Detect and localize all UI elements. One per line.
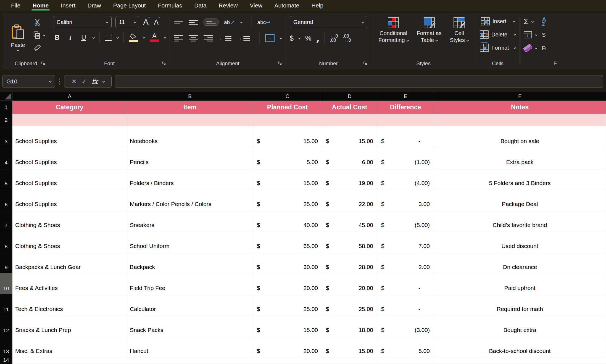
item-cell[interactable]: Calculator: [127, 294, 253, 315]
format-as-table-button[interactable]: Format as Table: [413, 17, 445, 44]
accounting-format-button[interactable]: $: [290, 34, 294, 42]
decrease-indent-button[interactable]: ←: [218, 35, 231, 41]
actual-cost-cell[interactable]: $19.00: [322, 168, 377, 189]
item-cell[interactable]: School Uniform: [127, 231, 253, 252]
empty-cell[interactable]: [434, 357, 606, 364]
item-cell[interactable]: Sneakers: [127, 210, 253, 231]
actual-cost-cell[interactable]: $15.00: [322, 336, 377, 357]
difference-cell[interactable]: $(3.00): [377, 315, 434, 336]
increase-indent-button[interactable]: →: [237, 35, 250, 41]
header-cell-planned-cost[interactable]: Planned Cost: [253, 101, 322, 114]
header-cell-difference[interactable]: Difference: [377, 101, 434, 114]
percent-style-button[interactable]: %: [305, 34, 311, 42]
row-header[interactable]: 4: [0, 147, 12, 168]
notes-cell[interactable]: 5 Folders and 3 Binders: [434, 168, 606, 189]
difference-cell[interactable]: $2.00: [377, 252, 434, 273]
difference-cell[interactable]: $5.00: [377, 336, 434, 357]
menu-item-view[interactable]: View: [250, 0, 262, 11]
menu-item-data[interactable]: Data: [194, 0, 206, 11]
band-cell[interactable]: [434, 114, 606, 126]
header-cell-actual-cost[interactable]: Actual Cost: [322, 101, 377, 114]
bottom-align-button[interactable]: [204, 19, 218, 26]
row-header[interactable]: 11: [0, 294, 12, 315]
empty-cell[interactable]: [127, 357, 253, 364]
borders-button[interactable]: [105, 34, 112, 41]
header-cell-category[interactable]: Category: [12, 101, 127, 114]
select-all-corner[interactable]: [0, 92, 12, 101]
autosum-button[interactable]: Σ: [524, 17, 528, 26]
clear-button[interactable]: [524, 46, 532, 51]
column-header-c[interactable]: C: [253, 92, 322, 101]
item-cell[interactable]: Pencils: [127, 147, 253, 168]
align-right-button[interactable]: [204, 35, 213, 41]
fill-chevron-icon[interactable]: [535, 34, 537, 36]
row-header[interactable]: 13: [0, 336, 12, 357]
actual-cost-cell[interactable]: $15.00: [322, 126, 377, 147]
item-cell[interactable]: Haircut: [127, 336, 253, 357]
item-cell[interactable]: Folders / Binders: [127, 168, 253, 189]
actual-cost-cell[interactable]: $22.00: [322, 189, 377, 210]
planned-cost-cell[interactable]: $40.00: [253, 210, 322, 231]
font-size-select[interactable]: 11: [115, 16, 139, 28]
item-cell[interactable]: Backpack: [127, 252, 253, 273]
actual-cost-cell[interactable]: $6.00: [322, 147, 377, 168]
item-cell[interactable]: Field Trip Fee: [127, 273, 253, 294]
planned-cost-cell[interactable]: $25.00: [253, 189, 322, 210]
menu-item-help[interactable]: Help: [311, 0, 323, 11]
insert-cells-button[interactable]: ← Insert: [480, 16, 516, 27]
enter-icon[interactable]: ✓: [81, 78, 87, 85]
paste-button[interactable]: Paste: [7, 16, 29, 59]
decrease-decimal-button[interactable]: .00 →.0: [343, 34, 351, 42]
notes-cell[interactable]: Extra pack: [434, 147, 606, 168]
actual-cost-cell[interactable]: $45.00: [322, 210, 377, 231]
difference-cell[interactable]: $(5.00): [377, 210, 434, 231]
band-cell[interactable]: [253, 114, 322, 126]
empty-cell[interactable]: [377, 357, 434, 364]
category-cell[interactable]: Snacks & Lunch Prep: [12, 315, 127, 336]
menu-item-draw[interactable]: Draw: [88, 0, 101, 11]
sort-filter-button[interactable]: S: [542, 29, 547, 40]
column-header-a[interactable]: A: [12, 92, 127, 101]
difference-cell[interactable]: $7.00: [377, 231, 434, 252]
actual-cost-cell[interactable]: $18.00: [322, 315, 377, 336]
formula-input[interactable]: [115, 75, 603, 88]
cell-styles-button[interactable]: Cell Styles: [447, 17, 472, 44]
underline-button[interactable]: U: [80, 34, 88, 41]
category-cell[interactable]: Tech & Electronics: [12, 294, 127, 315]
planned-cost-cell[interactable]: $15.00: [253, 168, 322, 189]
fill-color-button[interactable]: [129, 33, 138, 42]
menu-item-automate[interactable]: Automate: [275, 0, 299, 11]
category-cell[interactable]: Backpacks & Lunch Gear: [12, 252, 127, 273]
notes-cell[interactable]: Child’s favorite brand: [434, 210, 606, 231]
menu-item-file[interactable]: File: [11, 0, 20, 11]
difference-cell[interactable]: $3.00: [377, 189, 434, 210]
planned-cost-cell[interactable]: $5.00: [253, 147, 322, 168]
row-header[interactable]: 10: [0, 273, 12, 294]
clipboard-dialog-launcher[interactable]: [41, 61, 46, 66]
row-header[interactable]: 6: [0, 189, 12, 210]
notes-cell[interactable]: Package Deal: [434, 189, 606, 210]
band-cell[interactable]: [322, 114, 377, 126]
category-cell[interactable]: Clothing & Shoes: [12, 231, 127, 252]
planned-cost-cell[interactable]: $15.00: [253, 315, 322, 336]
notes-cell[interactable]: Required for math: [434, 294, 606, 315]
find-select-button[interactable]: Fi: [542, 43, 547, 54]
cut-button[interactable]: [33, 19, 41, 26]
band-cell[interactable]: [12, 114, 127, 126]
orientation-chevron-icon[interactable]: [240, 21, 242, 23]
notes-cell[interactable]: Used discount: [434, 231, 606, 252]
planned-cost-cell[interactable]: $20.00: [253, 273, 322, 294]
insert-function-icon[interactable]: fx: [92, 78, 98, 85]
planned-cost-cell[interactable]: $25.00: [253, 294, 322, 315]
row-header[interactable]: 3: [0, 126, 12, 147]
planned-cost-cell[interactable]: $30.00: [253, 252, 322, 273]
notes-cell[interactable]: On clearance: [434, 252, 606, 273]
font-family-select[interactable]: Calibri: [53, 16, 112, 28]
category-cell[interactable]: Clothing & Shoes: [12, 210, 127, 231]
notes-cell[interactable]: Back-to-school discount: [434, 336, 606, 357]
empty-cell[interactable]: [253, 357, 322, 364]
autosum-chevron-icon[interactable]: [531, 20, 534, 23]
actual-cost-cell[interactable]: $28.00: [322, 252, 377, 273]
italic-button[interactable]: I: [66, 34, 75, 41]
cancel-icon[interactable]: ✕: [71, 78, 77, 85]
